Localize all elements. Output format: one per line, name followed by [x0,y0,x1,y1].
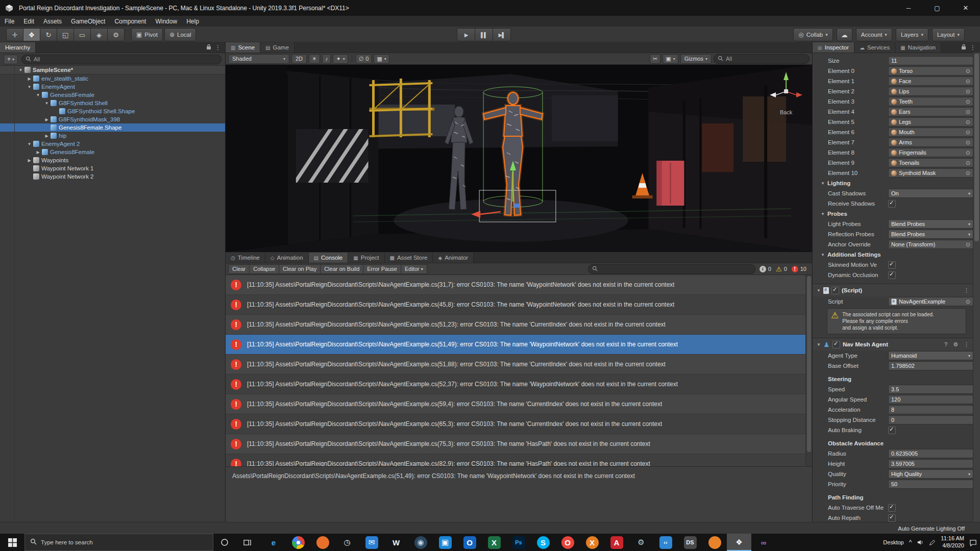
hand-tool-icon[interactable]: ✛ [6,28,23,41]
expand-arrow-icon[interactable]: ▶ [35,150,41,155]
console-entry[interactable]: ![11:10:35] Assets\PortalReignDiscordant… [226,315,812,335]
section-probes[interactable]: ▼Probes [813,209,973,219]
object-picker-icon[interactable]: ⊙ [966,119,970,126]
hierarchy-item-g8fsynthoid-shell-shape[interactable]: G8FSynthoid Shell.Shape [0,107,225,115]
console-entry[interactable]: ![11:10:35] Assets\PortalReignDiscordant… [226,394,812,414]
hierarchy-item-waypoint-network-2[interactable]: Waypoint Network 2 [0,172,225,181]
console-scrollbar[interactable] [805,275,812,466]
console-entry[interactable]: ![11:10:35] Assets\PortalReignDiscordant… [226,454,812,466]
transform-tool-icon[interactable]: ◈ [90,28,108,41]
tab-scene[interactable]: ▥Scene [226,42,260,53]
object-picker-icon[interactable]: ⊙ [966,149,970,156]
taskbar-app-outlook[interactable]: O [457,534,482,551]
object-picker-icon[interactable]: ⊙ [966,170,970,177]
object-field-element-10[interactable]: Synthoid Mask⊙ [888,168,973,178]
cortana-icon[interactable] [213,534,236,551]
scene-lighting-toggle[interactable]: ☀ [309,54,320,64]
component-menu-icon[interactable]: ⋮ [964,287,969,294]
field-radius[interactable]: 0.6235005 [888,449,973,458]
error-count[interactable]: ! 10 [792,266,806,272]
object-field-element-7[interactable]: Arms⊙ [888,138,973,147]
play-button[interactable]: ▶ [457,28,475,41]
grid-settings-dropdown[interactable]: ▦▾ [374,54,389,64]
tab-game[interactable]: ▤Game [260,42,295,53]
taskbar-app-adobe[interactable]: A [604,534,629,551]
panel-menu-icon[interactable]: ⋮ [215,44,221,51]
object-field-element-0[interactable]: Torso⊙ [888,66,973,76]
layout-button[interactable]: Layout ▾ [932,28,965,41]
menu-gameobject[interactable]: GameObject [66,16,110,27]
panel-menu-icon[interactable]: ⋮ [970,44,976,51]
object-field-script[interactable]: NavAgentExample⊙ [888,297,973,306]
taskbar-app-edge[interactable]: e [261,534,286,551]
object-picker-icon[interactable]: ⊙ [966,98,970,105]
field-size[interactable]: 11 [888,56,973,65]
component-enabled-checkbox[interactable] [831,287,839,294]
taskbar-app-blender[interactable] [702,534,727,551]
console-entry[interactable]: ![11:10:35] Assets\PortalReignDiscordant… [226,434,812,454]
console-entry[interactable]: ![11:10:35] Assets\PortalReignDiscordant… [226,414,812,434]
object-picker-icon[interactable]: ⊙ [966,109,970,115]
local-toggle[interactable]: ⊕ Local [164,28,197,41]
checkbox-receive-shadows[interactable] [888,200,896,208]
object-picker-icon[interactable]: ⊙ [966,78,970,85]
rotate-tool-icon[interactable]: ↻ [40,28,57,41]
object-field-anchor-override[interactable]: None (Transform)⊙ [888,240,973,249]
camera-settings-dropdown[interactable]: ▣▾ [663,54,678,64]
object-picker-icon[interactable]: ⊙ [966,241,970,248]
expand-arrow-icon[interactable]: ▼ [35,93,41,97]
menu-help[interactable]: Help [182,16,204,27]
taskbar-app-firefox[interactable] [310,534,335,551]
taskbar-app-chrome[interactable] [286,534,310,551]
view-orientation-label[interactable]: Back [780,109,793,115]
section-additional-settings[interactable]: ▼Additional Settings [813,249,973,260]
tab-inspector[interactable]: ◎Inspector [813,42,854,53]
taskbar-search[interactable]: Type here to search [24,534,213,551]
pause-button[interactable]: ▌▌ [475,28,493,41]
field-angular-speed[interactable]: 120 [888,395,973,404]
pen-icon[interactable] [929,539,936,546]
object-field-element-4[interactable]: Ears⊙ [888,107,973,116]
console-clear-on-play-button[interactable]: Clear on Play [279,264,321,274]
dropdown-quality[interactable]: High Quality▾ [888,469,973,479]
checkbox-dynamic-occlusion[interactable] [888,271,896,279]
dropdown-reflection-probes[interactable]: Blend Probes▾ [888,230,973,239]
action-center-icon[interactable] [969,539,977,546]
console-search[interactable] [588,264,755,274]
lock-icon[interactable] [206,43,211,52]
object-picker-icon[interactable]: ⊙ [966,298,970,305]
hierarchy-item-genesis8female-shape[interactable]: Genesis8Female.Shape [0,123,225,132]
taskbar-app-visual-studio[interactable]: ∞ [751,534,776,551]
object-field-element-8[interactable]: Fingernails⊙ [888,148,973,157]
section-lighting[interactable]: ▼Lighting [813,178,973,188]
console-entry[interactable]: ![11:10:35] Assets\PortalReignDiscordant… [226,275,812,295]
scene-viewport[interactable]: Back [226,65,812,252]
tray-chevron-icon[interactable]: ^ [909,539,912,546]
taskbar-app-skype[interactable]: S [531,534,555,551]
object-picker-icon[interactable]: ⊙ [966,129,970,136]
minimize-button[interactable]: ─ [894,0,923,16]
dropdown-cast-shadows[interactable]: On▾ [888,189,973,198]
pivot-toggle[interactable]: ▣ Pivot [131,28,163,41]
console-collapse-button[interactable]: Collapse [249,264,279,274]
object-field-element-9[interactable]: Toenails⊙ [888,158,973,167]
field-priority[interactable]: 50 [888,480,973,489]
tab-project[interactable]: ▦Project [348,253,384,263]
hierarchy-item-genesis8female[interactable]: ▶Genesis8Female [0,148,225,156]
taskbar-app-steam[interactable]: ◉ [408,534,433,551]
checkbox-auto-braking[interactable] [888,427,896,434]
checkbox-skinned-motion-ve[interactable] [888,261,896,269]
collab-button[interactable]: ◎ Collab ▾ [793,28,833,41]
console-entry[interactable]: ![11:10:35] Assets\PortalReignDiscordant… [226,295,812,315]
custom-tool-icon[interactable]: ⚙ [107,28,125,41]
show-desktop-label[interactable]: Desktop [883,539,903,545]
red-cabinet[interactable] [657,161,684,206]
taskbar-app-mail[interactable]: ✉ [359,534,384,551]
menu-component[interactable]: Component [110,16,151,27]
menu-edit[interactable]: Edit [19,16,39,27]
tab-services[interactable]: ☁Services [854,42,895,53]
object-picker-icon[interactable]: ⊙ [966,139,970,146]
taskbar-app-daz-studio[interactable]: DS [678,534,702,551]
expand-arrow-icon[interactable]: ▶ [43,117,50,122]
console-editor-button[interactable]: Editor▾ [401,264,427,274]
